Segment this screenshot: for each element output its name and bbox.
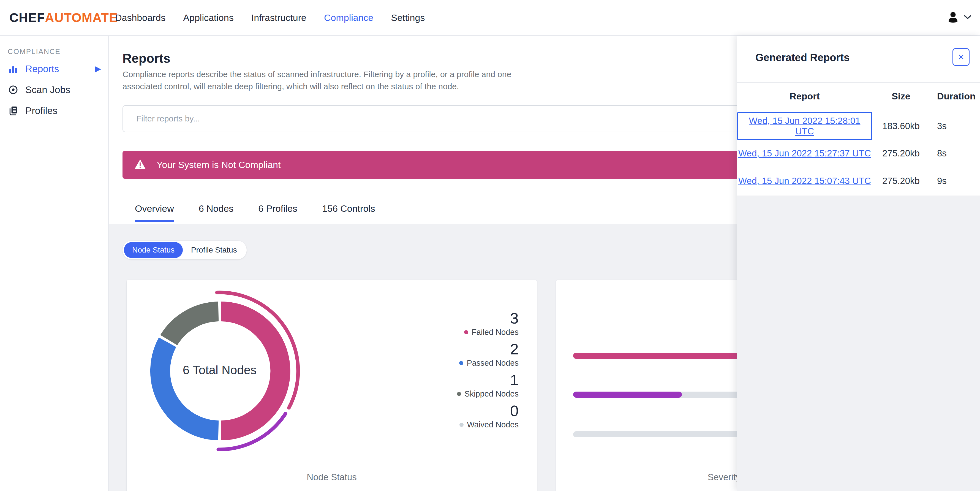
report-table-header: Report Size Duration — [737, 91, 980, 102]
user-icon — [946, 10, 960, 26]
node-status-card: 6 Total Nodes 3 Failed Nodes 2 Passed No… — [127, 280, 537, 491]
chef-automate-logo[interactable]: CHEF AUTOMATE — [10, 0, 118, 35]
skipped-label: Skipped Nodes — [465, 389, 519, 399]
legend-passed: 2 Passed Nodes — [425, 341, 519, 368]
user-menu[interactable] — [946, 0, 972, 35]
failed-count: 3 — [425, 310, 519, 327]
legend-waived: 0 Waived Nodes — [425, 402, 519, 429]
table-row: Wed, 15 Jun 2022 15:28:01 UTC 183.60kb 3… — [737, 112, 980, 140]
nav-infrastructure[interactable]: Infrastructure — [251, 13, 306, 23]
tab-profiles[interactable]: 6 Profiles — [258, 203, 297, 222]
profiles-book-icon — [8, 105, 19, 116]
passed-dot-icon — [459, 361, 463, 365]
active-item-arrow-icon: ▶ — [95, 65, 101, 73]
passed-count: 2 — [425, 341, 519, 358]
report-link[interactable]: Wed, 15 Jun 2022 15:27:37 UTC — [738, 148, 871, 158]
column-report: Report — [737, 91, 872, 102]
app-root: CHEF AUTOMATE Dashboards Applications In… — [0, 0, 980, 491]
skipped-count: 1 — [425, 371, 519, 389]
waived-dot-icon — [460, 423, 464, 427]
chevron-down-icon — [964, 14, 972, 21]
table-row: Wed, 15 Jun 2022 15:07:43 UTC 275.20kb 9… — [737, 167, 980, 195]
waived-label: Waived Nodes — [467, 420, 519, 429]
bar-chart-icon — [8, 63, 19, 74]
panel-title: Generated Reports — [756, 52, 850, 64]
node-status-legend: 3 Failed Nodes 2 Passed Nodes 1 — [425, 310, 519, 433]
node-status-toggle[interactable]: Node Status — [124, 242, 183, 258]
page-title: Reports — [123, 51, 170, 66]
nav-dashboards[interactable]: Dashboards — [115, 13, 165, 23]
logo-chef: CHEF — [10, 10, 45, 25]
sidebar-section-label: COMPLIANCE — [8, 47, 60, 56]
warning-triangle-icon — [134, 159, 146, 171]
nav-settings[interactable]: Settings — [391, 13, 425, 23]
close-icon: ✕ — [958, 52, 964, 62]
sidebar-item-label: Scan Jobs — [25, 84, 70, 95]
sidebar-item-scan-jobs[interactable]: Scan Jobs — [0, 79, 108, 100]
status-toggle: Node Status Profile Status — [123, 241, 247, 260]
sidebar-item-reports[interactable]: Reports ▶ — [0, 58, 108, 79]
nav-applications[interactable]: Applications — [183, 13, 234, 23]
nav-compliance[interactable]: Compliance — [324, 13, 374, 23]
card-divider — [137, 462, 527, 463]
tab-nodes[interactable]: 6 Nodes — [199, 203, 234, 222]
legend-skipped: 1 Skipped Nodes — [425, 371, 519, 399]
top-nav: CHEF AUTOMATE Dashboards Applications In… — [0, 0, 980, 36]
panel-divider — [737, 82, 980, 83]
report-size: 183.60kb — [872, 121, 930, 131]
report-duration: 9s — [930, 176, 980, 186]
column-duration: Duration — [930, 91, 980, 102]
sidebar-item-label: Reports — [25, 63, 59, 74]
legend-failed: 3 Failed Nodes — [425, 310, 519, 337]
tab-controls[interactable]: 156 Controls — [322, 203, 375, 222]
profile-status-toggle[interactable]: Profile Status — [183, 242, 245, 258]
sidebar-item-label: Profiles — [25, 105, 57, 116]
page-description: Compliance reports describe the status o… — [123, 68, 530, 92]
table-row: Wed, 15 Jun 2022 15:27:37 UTC 275.20kb 8… — [737, 140, 980, 167]
logo-automate: AUTOMATE — [45, 10, 118, 25]
sidebar-items: Reports ▶ Scan Jobs — [0, 58, 108, 121]
close-panel-button[interactable]: ✕ — [953, 48, 970, 66]
report-tabs: Overview 6 Nodes 6 Profiles 156 Controls — [135, 203, 375, 222]
tab-overview[interactable]: Overview — [135, 203, 174, 222]
report-link[interactable]: Wed, 15 Jun 2022 15:07:43 UTC — [738, 176, 871, 186]
scanner-target-icon — [8, 84, 19, 95]
report-duration: 8s — [930, 148, 980, 159]
selected-report-outline: Wed, 15 Jun 2022 15:28:01 UTC — [737, 112, 872, 140]
report-link[interactable]: Wed, 15 Jun 2022 15:28:01 UTC — [749, 116, 861, 136]
report-table-rows: Wed, 15 Jun 2022 15:28:01 UTC 183.60kb 3… — [737, 112, 980, 195]
generated-reports-panel: Generated Reports ✕ Report Size Duration… — [737, 36, 980, 491]
column-size: Size — [872, 91, 930, 102]
sidebar: COMPLIANCE Reports ▶ — [0, 36, 109, 491]
report-duration: 3s — [930, 121, 980, 131]
report-size: 275.20kb — [872, 176, 930, 186]
failed-label: Failed Nodes — [472, 327, 519, 337]
main-nav: Dashboards Applications Infrastructure C… — [115, 0, 425, 35]
sidebar-item-profiles[interactable]: Profiles — [0, 100, 108, 121]
report-size: 275.20kb — [872, 148, 930, 159]
donut-center-label: 6 Total Nodes — [178, 363, 261, 377]
waived-count: 0 — [425, 402, 519, 419]
failed-dot-icon — [464, 330, 468, 334]
node-status-caption: Node Status — [127, 472, 537, 483]
alert-text: Your System is Not Compliant — [157, 159, 280, 170]
passed-label: Passed Nodes — [466, 358, 519, 368]
skipped-dot-icon — [457, 392, 461, 396]
